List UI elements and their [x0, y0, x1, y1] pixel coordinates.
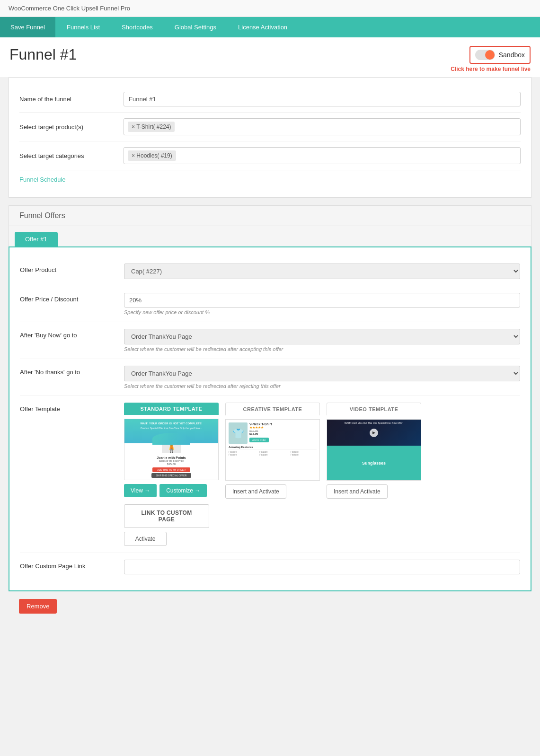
video-header-text: WAIT! Don't Miss Out This One Special On… — [329, 422, 419, 424]
remove-button[interactable]: Remove — [19, 599, 57, 614]
offer-price-input-wrapper: Specify new offer price or discount % — [124, 293, 520, 315]
std-product-price: $15.60 — [167, 463, 176, 466]
video-play-button: ▶ — [370, 429, 378, 437]
buy-now-label: After 'Buy Now' go to — [20, 329, 124, 339]
video-template-card: VIDEO TEMPLATE WAIT! Don't Miss Out This… — [327, 403, 421, 499]
target-products-input-wrapper[interactable]: × T-Shirt( #224) — [124, 118, 521, 135]
funnel-settings-body: Name of the funnel Select target product… — [9, 78, 531, 197]
sandbox-label: Sandbox — [499, 51, 525, 59]
target-product-tag[interactable]: × T-Shirt( #224) — [128, 122, 175, 132]
funnel-schedule-label: Funnel Schedule — [19, 176, 124, 183]
offer-price-row: Offer Price / Discount Specify new offer… — [20, 286, 520, 322]
creative-insert-button[interactable]: Insert and Activate — [225, 484, 286, 499]
video-insert-button[interactable]: Insert and Activate — [327, 484, 388, 499]
creative-product-name: V-Neck T-Shirt — [249, 422, 317, 426]
creative-features-title: Amazing Features — [229, 446, 317, 449]
buy-now-select[interactable]: Order ThankYou Page — [124, 329, 520, 344]
standard-preview-inner: WAIT! YOUR ORDER IS NOT YET COMPLETE! On… — [124, 419, 218, 480]
video-template-buttons: Insert and Activate — [327, 484, 421, 499]
funnel-offers-section-header: Funnel Offers — [9, 205, 531, 226]
std-product-title: Joanie with Points — [157, 456, 186, 459]
make-live-link[interactable]: Click here to make funnel live — [451, 66, 531, 72]
creative-preview-inner: 👕 V-Neck T-Shirt ★★★★★ $30.00 $15.00 Add… — [226, 420, 319, 480]
sandbox-area: Sandbox Click here to make funnel live — [451, 46, 531, 72]
offer-template-row: Offer Template STANDARD TEMPLATE WAIT! Y… — [20, 396, 520, 553]
templates-row: STANDARD TEMPLATE WAIT! YOUR ORDER IS NO… — [124, 403, 520, 499]
offer-product-input-wrapper: Cap( #227) — [124, 264, 520, 279]
creative-add-btn: Add to Order — [249, 438, 269, 442]
offer-price-label: Offer Price / Discount — [20, 293, 124, 303]
funnel-settings-card: Name of the funnel Select target product… — [9, 77, 531, 198]
creative-feat-col-2: FeatureFeature — [259, 450, 285, 456]
activate-button[interactable]: Activate — [124, 532, 167, 546]
link-custom-page-button[interactable]: LINK TO CUSTOM PAGE — [124, 504, 209, 528]
toggle-knob — [485, 50, 495, 60]
creative-template-buttons: Insert and Activate — [225, 484, 320, 499]
no-thanks-hint: Select where the customer will be redire… — [124, 383, 520, 389]
page-title: Funnel #1 — [9, 46, 77, 63]
offer-product-row: Offer Product Cap( #227) — [20, 257, 520, 286]
target-products-tags[interactable]: × T-Shirt( #224) — [124, 118, 521, 135]
buy-now-hint: Select where the customer will be redire… — [124, 346, 520, 352]
offer-card: Offer Product Cap( #227) Offer Price / D… — [9, 246, 531, 591]
offer-tab-1[interactable]: Offer #1 — [15, 232, 58, 246]
nav-funnels-list[interactable]: Funnels List — [56, 17, 110, 37]
creative-feat-col-3: FeatureFeature — [291, 450, 317, 456]
custom-page-section: LINK TO CUSTOM PAGE Activate — [124, 504, 520, 546]
buy-now-input-wrapper: Order ThankYou Page Select where the cus… — [124, 329, 520, 352]
std-preview-heading: WAIT! YOUR ORDER IS NOT YET COMPLETE! — [140, 422, 202, 426]
video-product-name: Sunglasses — [362, 461, 386, 466]
top-bar: WooCommerce One Click Upsell Funnel Pro — [0, 0, 540, 17]
target-categories-label: Select target categories — [19, 152, 124, 159]
sandbox-toggle[interactable]: Sandbox — [469, 46, 531, 64]
creative-top: 👕 V-Neck T-Shirt ★★★★★ $30.00 $15.00 Add… — [229, 422, 317, 444]
page-header: Funnel #1 Sandbox Click here to make fun… — [0, 37, 540, 77]
creative-template-card: CREATIVE TEMPLATE 👕 V-Neck T-Shirt ★★★★★… — [225, 403, 320, 499]
target-category-tag[interactable]: × Hoodies( #19) — [128, 150, 176, 161]
target-categories-tags[interactable]: × Hoodies( #19) — [124, 147, 521, 164]
funnel-offers-title: Funnel Offers — [19, 211, 521, 220]
video-bottom: Sunglasses — [327, 446, 421, 480]
no-thanks-label: After 'No thanks' go to — [20, 366, 124, 376]
offer-product-label: Offer Product — [20, 264, 124, 273]
creative-feat-col-1: FeatureFeature — [229, 450, 255, 456]
nav-license-activation[interactable]: License Activation — [228, 17, 298, 37]
offer-price-hint: Specify new offer price or discount % — [124, 309, 520, 315]
no-thanks-input-wrapper: Order ThankYou Page Select where the cus… — [124, 366, 520, 389]
standard-template-card: STANDARD TEMPLATE WAIT! YOUR ORDER IS NO… — [124, 403, 219, 499]
standard-view-button[interactable]: View → — [124, 484, 157, 497]
target-categories-row: Select target categories × Hoodies( #19) — [19, 141, 521, 170]
sandbox-toggle-switch[interactable] — [475, 50, 495, 60]
target-products-row: Select target product(s) × T-Shirt( #224… — [19, 113, 521, 141]
standard-template-buttons: View → Customize → — [124, 484, 219, 497]
standard-template-header: STANDARD TEMPLATE — [124, 403, 219, 415]
funnel-name-label: Name of the funnel — [19, 96, 124, 103]
creative-product-image: 👕 — [229, 422, 248, 444]
standard-customize-button[interactable]: Customize → — [159, 484, 207, 497]
no-thanks-select[interactable]: Order ThankYou Page — [124, 366, 520, 381]
main-nav: Save Funnel Funnels List Shortcodes Glob… — [0, 17, 540, 37]
offer-price-input[interactable] — [124, 293, 520, 308]
nav-save-funnel[interactable]: Save Funnel — [0, 17, 55, 37]
nav-shortcodes[interactable]: Shortcodes — [111, 17, 163, 37]
funnel-schedule-row: Funnel Schedule — [19, 170, 521, 189]
nav-global-settings[interactable]: Global Settings — [164, 17, 227, 37]
standard-template-preview: WAIT! YOUR ORDER IS NOT YET COMPLETE! On… — [124, 419, 219, 480]
remove-section: Remove — [9, 591, 531, 621]
std-product-subtitle: Specs or the Best Price — [159, 459, 184, 462]
creative-template-preview: 👕 V-Neck T-Shirt ★★★★★ $30.00 $15.00 Add… — [225, 419, 320, 481]
buy-now-row: After 'Buy Now' go to Order ThankYou Pag… — [20, 322, 520, 359]
target-categories-input-wrapper[interactable]: × Hoodies( #19) — [124, 147, 521, 164]
std-preview-wave-area — [152, 433, 190, 445]
std-yes-btn: ADD THIS TO MY ORDER — [152, 467, 190, 472]
creative-features: Amazing Features FeatureFeature FeatureF… — [229, 446, 317, 456]
offer-custom-page-link-input[interactable] — [124, 560, 520, 574]
offer-custom-page-link-label: Offer Custom Page Link — [20, 560, 124, 570]
offer-product-select[interactable]: Cap( #227) — [124, 264, 520, 279]
app-title: WooCommerce One Click Upsell Funnel Pro — [9, 5, 130, 12]
creative-template-header: CREATIVE TEMPLATE — [225, 403, 320, 415]
offer-custom-page-link-row: Offer Custom Page Link — [20, 553, 520, 581]
offer-template-input-wrapper: STANDARD TEMPLATE WAIT! YOUR ORDER IS NO… — [124, 403, 520, 546]
funnel-name-input[interactable] — [124, 92, 521, 106]
funnel-name-row: Name of the funnel — [19, 86, 521, 113]
